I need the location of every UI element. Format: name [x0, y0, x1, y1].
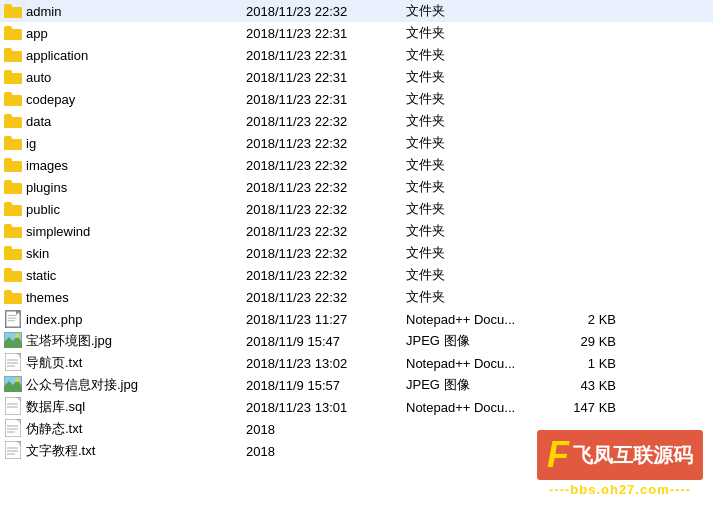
- list-item[interactable]: admin2018/11/23 22:32文件夹: [0, 0, 713, 22]
- file-date: 2018/11/23 22:32: [246, 246, 406, 261]
- file-name: simplewind: [26, 224, 246, 239]
- file-type: 文件夹: [406, 244, 536, 262]
- file-date: 2018/11/23 22:32: [246, 114, 406, 129]
- folder-icon: [4, 246, 22, 260]
- file-type: 文件夹: [406, 2, 536, 20]
- folder-icon: [4, 202, 22, 216]
- file-name: 文字教程.txt: [26, 442, 246, 460]
- file-type: 文件夹: [406, 266, 536, 284]
- list-item[interactable]: skin2018/11/23 22:32文件夹: [0, 242, 713, 264]
- list-item[interactable]: 宝塔环境图.jpg2018/11/9 15:47JPEG 图像29 KB: [0, 330, 713, 352]
- file-date: 2018/11/23 22:32: [246, 4, 406, 19]
- file-date: 2018: [246, 444, 406, 459]
- file-size: 43 KB: [536, 378, 616, 393]
- file-size: 1 KB: [536, 356, 616, 371]
- file-date: 2018/11/23 22:32: [246, 268, 406, 283]
- svg-point-6: [15, 334, 19, 338]
- file-date: 2018/11/23 22:32: [246, 136, 406, 151]
- list-item[interactable]: index.php2018/11/23 11:27Notepad++ Docu.…: [0, 308, 713, 330]
- txt-icon: [5, 419, 21, 440]
- file-type: 文件夹: [406, 112, 536, 130]
- file-name: codepay: [26, 92, 246, 107]
- folder-icon: [4, 158, 22, 172]
- file-name: 公众号信息对接.jpg: [26, 376, 246, 394]
- list-item[interactable]: 导航页.txt2018/11/23 13:02Notepad++ Docu...…: [0, 352, 713, 374]
- file-type: 文件夹: [406, 288, 536, 306]
- php-icon: [5, 310, 21, 328]
- list-item[interactable]: codepay2018/11/23 22:31文件夹: [0, 88, 713, 110]
- file-name: 数据库.sql: [26, 398, 246, 416]
- folder-icon: [4, 92, 22, 106]
- list-item[interactable]: themes2018/11/23 22:32文件夹: [0, 286, 713, 308]
- file-name: static: [26, 268, 246, 283]
- file-name: public: [26, 202, 246, 217]
- file-type: 文件夹: [406, 46, 536, 64]
- file-name: auto: [26, 70, 246, 85]
- watermark-url: ----bbs.oh27.com----: [549, 482, 691, 497]
- list-item[interactable]: 公众号信息对接.jpg2018/11/9 15:57JPEG 图像43 KB: [0, 374, 713, 396]
- list-item[interactable]: application2018/11/23 22:31文件夹: [0, 44, 713, 66]
- file-type: Notepad++ Docu...: [406, 356, 536, 371]
- folder-icon: [4, 136, 22, 150]
- file-name: themes: [26, 290, 246, 305]
- file-name: app: [26, 26, 246, 41]
- file-list: admin2018/11/23 22:32文件夹app2018/11/23 22…: [0, 0, 713, 462]
- file-name: admin: [26, 4, 246, 19]
- file-type: JPEG 图像: [406, 376, 536, 394]
- list-item[interactable]: simplewind2018/11/23 22:32文件夹: [0, 220, 713, 242]
- file-name: 宝塔环境图.jpg: [26, 332, 246, 350]
- list-item[interactable]: 伪静态.txt2018: [0, 418, 713, 440]
- file-date: 2018/11/23 22:31: [246, 92, 406, 107]
- file-date: 2018/11/9 15:47: [246, 334, 406, 349]
- file-type: JPEG 图像: [406, 332, 536, 350]
- image-icon: [4, 376, 22, 395]
- folder-icon: [4, 70, 22, 84]
- image-icon: [4, 332, 22, 351]
- list-item[interactable]: auto2018/11/23 22:31文件夹: [0, 66, 713, 88]
- list-item[interactable]: app2018/11/23 22:31文件夹: [0, 22, 713, 44]
- list-item[interactable]: images2018/11/23 22:32文件夹: [0, 154, 713, 176]
- svg-rect-14: [5, 397, 21, 415]
- txt-icon: [5, 441, 21, 462]
- folder-icon: [4, 48, 22, 62]
- file-name: index.php: [26, 312, 246, 327]
- file-name: plugins: [26, 180, 246, 195]
- file-type: Notepad++ Docu...: [406, 400, 536, 415]
- txt-icon: [5, 353, 21, 374]
- file-size: 147 KB: [536, 400, 616, 415]
- file-name: skin: [26, 246, 246, 261]
- file-type: 文件夹: [406, 90, 536, 108]
- file-date: 2018/11/23 22:31: [246, 70, 406, 85]
- list-item[interactable]: data2018/11/23 22:32文件夹: [0, 110, 713, 132]
- list-item[interactable]: ig2018/11/23 22:32文件夹: [0, 132, 713, 154]
- file-date: 2018/11/9 15:57: [246, 378, 406, 393]
- file-type: Notepad++ Docu...: [406, 312, 536, 327]
- list-item[interactable]: plugins2018/11/23 22:32文件夹: [0, 176, 713, 198]
- file-type: 文件夹: [406, 24, 536, 42]
- sql-icon: [5, 397, 21, 418]
- file-date: 2018/11/23 22:31: [246, 26, 406, 41]
- file-name: ig: [26, 136, 246, 151]
- list-item[interactable]: static2018/11/23 22:32文件夹: [0, 264, 713, 286]
- file-name: images: [26, 158, 246, 173]
- list-item[interactable]: 文字教程.txt2018: [0, 440, 713, 462]
- file-date: 2018/11/23 22:32: [246, 180, 406, 195]
- file-date: 2018/11/23 22:32: [246, 224, 406, 239]
- file-type: 文件夹: [406, 134, 536, 152]
- folder-icon: [4, 224, 22, 238]
- file-type: 文件夹: [406, 178, 536, 196]
- file-date: 2018/11/23 11:27: [246, 312, 406, 327]
- list-item[interactable]: 数据库.sql2018/11/23 13:01Notepad++ Docu...…: [0, 396, 713, 418]
- folder-icon: [4, 114, 22, 128]
- file-name: data: [26, 114, 246, 129]
- file-date: 2018/11/23 13:01: [246, 400, 406, 415]
- file-name: 导航页.txt: [26, 354, 246, 372]
- file-date: 2018/11/23 13:02: [246, 356, 406, 371]
- file-name: 伪静态.txt: [26, 420, 246, 438]
- list-item[interactable]: public2018/11/23 22:32文件夹: [0, 198, 713, 220]
- svg-rect-7: [5, 353, 21, 371]
- file-date: 2018/11/23 22:31: [246, 48, 406, 63]
- folder-icon: [4, 268, 22, 282]
- folder-icon: [4, 4, 22, 18]
- file-date: 2018/11/23 22:32: [246, 290, 406, 305]
